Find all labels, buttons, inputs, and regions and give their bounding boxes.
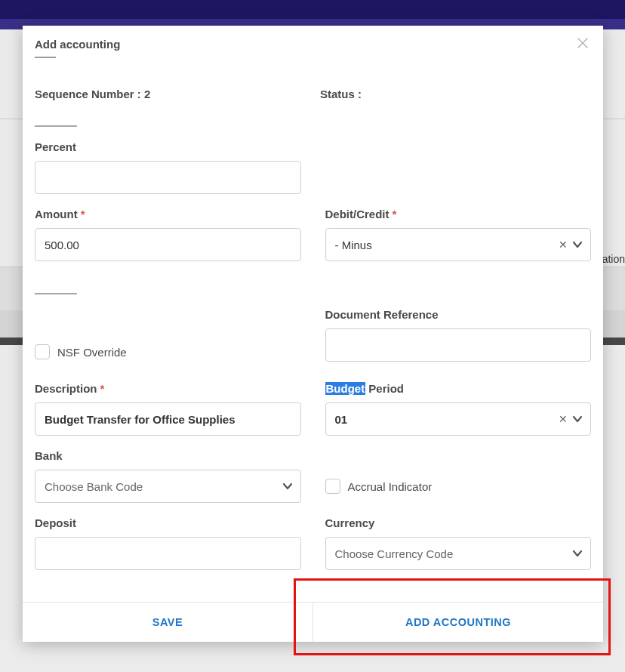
currency-select[interactable]: Choose Currency Code	[325, 537, 592, 570]
description-label: Description*	[35, 382, 301, 395]
budget-period-label-highlight: Budget	[325, 382, 366, 395]
chevron-down-icon	[572, 241, 583, 248]
modal-title-underline	[35, 57, 56, 58]
chevron-down-icon	[282, 482, 293, 490]
description-input[interactable]	[35, 402, 301, 436]
chevron-down-icon	[572, 550, 583, 557]
save-button-label: SAVE	[152, 616, 183, 628]
clear-icon[interactable]: ✕	[559, 413, 568, 425]
nsf-override-label: NSF Override	[57, 346, 127, 359]
bank-placeholder: Choose Bank Code	[45, 480, 143, 493]
nsf-override-checkbox[interactable]	[35, 344, 50, 359]
add-accounting-button-label: ADD ACCOUNTING	[405, 616, 511, 628]
required-asterisk: *	[81, 208, 85, 220]
modal-body-scroll[interactable]: Percent Amount* Debit/Credit* - Minus ✕	[23, 116, 603, 602]
debit-credit-label: Debit/Credit*	[325, 208, 592, 220]
status: Status :	[320, 88, 591, 100]
modal-subheader: Sequence Number : 2 Status :	[35, 88, 591, 100]
debit-credit-label-text: Debit/Credit	[325, 208, 389, 220]
accrual-indicator-checkbox[interactable]	[325, 479, 340, 494]
amount-input[interactable]	[35, 228, 301, 261]
amount-label-text: Amount	[35, 208, 78, 220]
budget-period-select[interactable]: 01 ✕	[325, 402, 592, 436]
description-label-text: Description	[35, 382, 97, 395]
section-divider	[35, 125, 77, 127]
sequence-value: 2	[144, 88, 150, 100]
modal-title: Add accounting	[35, 38, 591, 51]
add-accounting-button[interactable]: ADD ACCOUNTING	[312, 603, 603, 642]
bank-label: Bank	[35, 449, 301, 462]
add-accounting-modal: Add accounting Sequence Number : 2 Statu…	[23, 26, 603, 642]
sequence-number: Sequence Number : 2	[35, 88, 320, 100]
required-asterisk: *	[393, 208, 397, 220]
budget-period-value: 01	[335, 413, 348, 426]
modal-footer: SAVE ADD ACCOUNTING	[23, 602, 603, 642]
accrual-indicator-label: Accrual Indicator	[348, 480, 433, 493]
currency-placeholder: Choose Currency Code	[335, 547, 454, 560]
amount-label: Amount*	[35, 208, 301, 220]
required-asterisk: *	[100, 382, 105, 395]
chevron-down-icon	[572, 415, 583, 423]
debit-credit-select[interactable]: - Minus ✕	[325, 228, 592, 261]
status-label: Status :	[320, 88, 362, 100]
modal-header: Add accounting	[23, 26, 603, 85]
document-reference-label: Document Reference	[325, 308, 592, 321]
save-button[interactable]: SAVE	[23, 603, 312, 642]
sequence-label: Sequence Number :	[35, 88, 141, 100]
section-divider	[35, 293, 77, 294]
close-icon[interactable]	[577, 38, 591, 51]
deposit-label: Deposit	[35, 516, 301, 529]
currency-label: Currency	[325, 516, 592, 529]
percent-input[interactable]	[35, 161, 301, 194]
bank-select[interactable]: Choose Bank Code	[35, 470, 301, 503]
clear-icon[interactable]: ✕	[559, 239, 568, 251]
debit-credit-value: - Minus	[335, 239, 372, 251]
deposit-input[interactable]	[35, 537, 301, 570]
document-reference-input[interactable]	[325, 328, 592, 362]
percent-label: Percent	[35, 140, 301, 153]
budget-period-label: Budget Period	[325, 382, 592, 395]
budget-period-label-rest: Period	[365, 382, 404, 395]
